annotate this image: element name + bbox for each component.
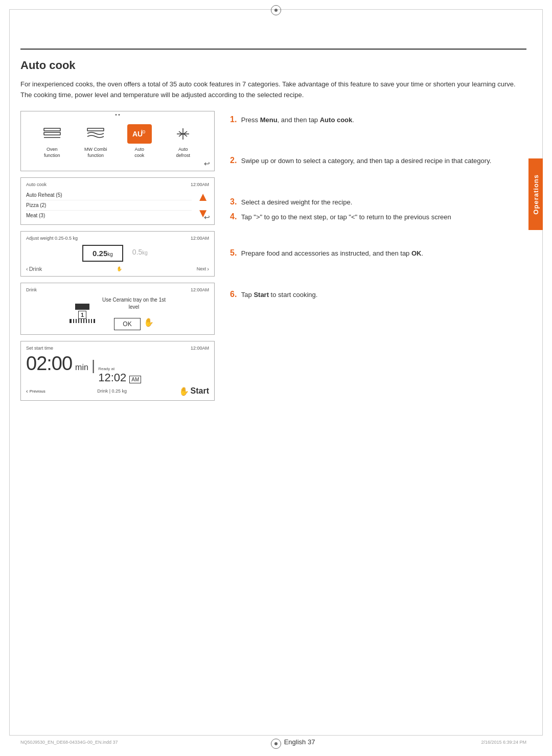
- prev-item-label: Drink: [29, 266, 42, 272]
- tray-level-number: 1: [78, 311, 86, 319]
- svg-rect-3: [87, 128, 104, 131]
- step-5-block: 5. Prepare food and accessories as instr…: [230, 248, 526, 259]
- step-6-block: 6. Tap Start to start cooking.: [230, 290, 526, 301]
- right-column: 1. Press Menu, and then tap Auto cook. 2…: [230, 111, 526, 407]
- step-1-number: 1.: [230, 115, 237, 124]
- svg-rect-0: [44, 128, 60, 131]
- ready-time-display: 12:02 AM: [98, 371, 141, 384]
- weight-options: 0.25kg 0.5kg: [26, 245, 209, 262]
- instruction-text: Use Ceramic tray on the 1stlevel: [102, 296, 166, 311]
- operations-tab: Operations: [528, 158, 543, 230]
- screen4-time: 12:00AM: [191, 287, 209, 292]
- autocook-icon-box-highlighted: AU to: [127, 124, 152, 144]
- bottom-info-5: Drink | 0.25 kg: [97, 388, 127, 394]
- step-6-number: 6.: [230, 290, 237, 299]
- weight-option-025[interactable]: 0.25kg: [82, 245, 123, 262]
- prev-arrow-5: ‹: [26, 388, 28, 394]
- step-5-number: 5.: [230, 248, 237, 257]
- nav-prev-button[interactable]: ‹ Drink: [26, 266, 42, 272]
- mwcombi-icon-box: [83, 124, 108, 144]
- step-5-text: Prepare food and accessories as instruct…: [241, 249, 423, 257]
- footer: NQ50J9530_EN_DE68-04334G-00_EN.indd 37 E…: [20, 738, 526, 746]
- menu-icons-row: Ovenfunction MW Combifunction: [26, 116, 209, 167]
- gesture-hint: ✋: [117, 266, 122, 271]
- ok-button[interactable]: OK: [114, 318, 140, 330]
- ready-at-section: Ready at 12:02 AM: [98, 366, 141, 384]
- autocook-icon: AU to: [129, 126, 150, 142]
- mwcombi-label: MW Combifunction: [84, 147, 107, 158]
- step-1-text: Press Menu, and then tap Auto cook.: [241, 116, 354, 124]
- page-title: Auto cook: [20, 59, 526, 72]
- oven-function-icon: [42, 126, 62, 142]
- prev-arrow-icon: ‹: [26, 266, 28, 272]
- step-4-text: Tap ">" to go to the next step, or tap "…: [241, 213, 451, 221]
- weight-unit-2: kg: [142, 250, 148, 256]
- footer-filename: NQ50J9530_EN_DE68-04334G-00_EN.indd 37: [20, 740, 118, 745]
- prev-label-5: Previous: [30, 389, 45, 394]
- category-list: Auto Reheat (5) Pizza (2) Meat (3) ▲ ▼: [26, 190, 209, 220]
- category-item-1: Auto Reheat (5): [26, 190, 192, 200]
- screen4-header: Drink 12:00AM: [26, 287, 209, 292]
- screen5-time: 12:00AM: [191, 346, 209, 351]
- time-display: 02:00 min | Ready at 12:02 AM: [26, 353, 209, 384]
- intro-paragraph: For inexperienced cooks, the oven offers…: [20, 79, 526, 101]
- page-number-label: English 37: [284, 738, 315, 746]
- menu-icon-autocook: AU to Autocook: [127, 124, 152, 158]
- step-6-text: Tap Start to start cooking.: [241, 291, 318, 299]
- start-button-area[interactable]: ✋ Start: [179, 386, 209, 396]
- top-divider: [20, 49, 526, 50]
- main-content: Auto cook For inexperienced cooks, the o…: [20, 49, 526, 725]
- next-arrow-icon: ›: [207, 266, 209, 272]
- step-4-block: 4. Tap ">" to go to the next step, or ta…: [230, 212, 526, 223]
- category-item-3: Meat (3): [26, 211, 192, 220]
- autodefrost-label: Autodefrost: [176, 147, 190, 158]
- autodefrost-icon: [173, 126, 193, 142]
- footer-date: 2/16/2015 6:39:24 PM: [481, 740, 526, 745]
- screen5-header: Set start time 12:00AM: [26, 346, 209, 351]
- screen-mock-5: Set start time 12:00AM 02:00 min | Ready…: [20, 341, 215, 401]
- cook-time-display: 02:00: [26, 353, 72, 375]
- nav-next-button[interactable]: Next ›: [197, 266, 209, 272]
- cook-time-unit: min: [75, 363, 88, 372]
- operations-tab-label: Operations: [532, 174, 540, 215]
- dot-1: [116, 114, 117, 116]
- tray-base-lines: [70, 319, 95, 323]
- step-3-text: Select a desired weight for the recipe.: [241, 198, 353, 206]
- menu-icon-mwcombi: MW Combifunction: [83, 124, 108, 158]
- oven-label: Ovenfunction: [44, 147, 60, 158]
- content-columns: Ovenfunction MW Combifunction: [20, 111, 526, 407]
- weight-option-05[interactable]: 0.5kg: [127, 245, 153, 262]
- step-2-block: 2. Swipe up or down to select a category…: [230, 156, 526, 167]
- screen-mock-3: Adjust weight 0.25-0.5 kg 12:00AM 0.25kg…: [20, 231, 215, 277]
- oven-icon-box: [40, 124, 64, 144]
- scroll-up-arrow: ▲: [197, 191, 209, 203]
- menu-icon-autodefrost: Autodefrost: [171, 124, 195, 158]
- step-3-block: 3. Select a desired weight for the recip…: [230, 197, 526, 208]
- step-2-text: Swipe up or down to select a category, a…: [241, 157, 491, 165]
- svg-text:to: to: [141, 129, 146, 134]
- gesture-icon-4: ✋: [144, 317, 154, 327]
- back-button-1: ↩: [204, 159, 210, 168]
- screen5-nav: ‹ Previous Drink | 0.25 kg ✋ Start: [26, 386, 209, 396]
- start-button-label: Start: [191, 386, 209, 396]
- screen4-body: 1 Use Ceramic tray on the 1stlevel OK ✋: [26, 296, 209, 330]
- autodefrost-icon-box: [171, 124, 195, 144]
- screen-mock-4: Drink 12:00AM 1 Use Ceramic tray on the …: [20, 283, 215, 335]
- screen4-label: Drink: [26, 287, 37, 292]
- menu-icon-oven: Ovenfunction: [40, 124, 64, 158]
- page-border-bottom: [9, 735, 543, 736]
- svg-rect-1: [44, 132, 60, 135]
- ready-at-label: Ready at: [98, 366, 114, 371]
- screen3-time: 12:00AM: [191, 236, 209, 241]
- screen-mock-1: Ovenfunction MW Combifunction: [20, 111, 215, 171]
- am-badge: AM: [129, 376, 141, 383]
- dot-2: [119, 114, 120, 116]
- left-column: Ovenfunction MW Combifunction: [20, 111, 215, 407]
- step-2-number: 2.: [230, 156, 237, 165]
- category-items: Auto Reheat (5) Pizza (2) Meat (3): [26, 190, 192, 220]
- screen5-prev[interactable]: ‹ Previous: [26, 388, 45, 394]
- mwcombi-function-icon: [85, 126, 106, 142]
- autocook-label: Autocook: [134, 147, 144, 158]
- screen-mock-2: Auto cook 12:00AM Auto Reheat (5) Pizza …: [20, 177, 215, 225]
- weight-unit-1: kg: [107, 251, 113, 257]
